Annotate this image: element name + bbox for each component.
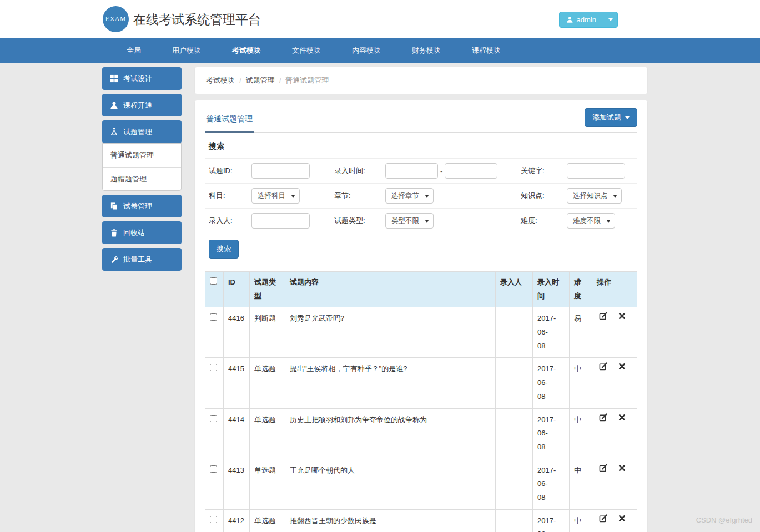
question-id-input[interactable] — [251, 163, 310, 179]
nav-item[interactable]: 文件模块 — [276, 38, 336, 63]
row-checkbox[interactable] — [210, 313, 217, 321]
cell-actions — [592, 408, 637, 459]
cell-actions — [592, 307, 637, 358]
wrench-icon — [110, 255, 118, 264]
question-id-label: 试题ID: — [209, 166, 251, 176]
recorder-label: 录入人: — [209, 216, 251, 226]
tab-normal-question-management[interactable]: 普通试题管理 — [205, 109, 254, 133]
admin-username: admin — [577, 16, 596, 24]
cell-question-content: 推翻西晋王朝的少数民族是 — [285, 509, 496, 532]
difficulty-select[interactable]: 难度不限 — [567, 213, 615, 229]
subject-select[interactable]: 选择科目 — [251, 188, 300, 204]
difficulty-select-value: 难度不限 — [573, 216, 601, 226]
app-logo: EXAM — [103, 6, 129, 32]
sidebar-item-label: 课程开通 — [123, 100, 152, 110]
recorder-input[interactable] — [251, 213, 310, 229]
cell-entry-date: 2017-06-08 — [533, 307, 570, 358]
delete-button[interactable] — [618, 514, 626, 523]
entry-time-start-input[interactable] — [385, 163, 438, 179]
row-checkbox[interactable] — [210, 415, 217, 422]
delete-button[interactable] — [618, 464, 626, 472]
nav-item[interactable]: 财务模块 — [396, 38, 456, 63]
subject-label: 科目: — [209, 191, 251, 201]
edit-button[interactable] — [599, 362, 607, 371]
sidebar-item[interactable]: 考试设计 — [102, 67, 182, 90]
cell-question-content: 王充是哪个朝代的人 — [285, 459, 496, 509]
sidebar-item[interactable]: 课程开通 — [102, 94, 182, 116]
delete-button[interactable] — [618, 413, 626, 422]
caret-down-icon — [608, 18, 613, 21]
edit-button[interactable] — [599, 514, 607, 523]
column-header: 录入人 — [496, 272, 533, 307]
user-icon — [566, 16, 573, 23]
cell-question-content: 历史上把项羽和刘邦为争夺帝位的战争称为 — [285, 408, 496, 459]
grid-icon — [110, 74, 118, 83]
breadcrumb-item[interactable]: 考试模块 — [206, 75, 235, 85]
delete-button[interactable] — [618, 362, 626, 371]
edit-button[interactable] — [599, 413, 607, 422]
sidebar-item[interactable]: 批量工具 — [102, 248, 182, 271]
sidebar-item-label: 批量工具 — [123, 255, 152, 265]
knowledge-point-select[interactable]: 选择知识点 — [567, 188, 622, 204]
row-checkbox[interactable] — [210, 465, 217, 473]
cell-recorder — [496, 358, 533, 408]
cell-recorder — [496, 408, 533, 459]
question-table: ID试题类型试题内容录入人录入时间难度操作 4416判断题刘秀是光武帝吗?201… — [205, 271, 637, 532]
breadcrumb-item: 普通试题管理 — [285, 75, 329, 85]
search-button[interactable]: 搜索 — [209, 240, 239, 259]
nav-item[interactable]: 课程模块 — [456, 38, 516, 63]
chapter-select[interactable]: 选择章节 — [385, 188, 434, 204]
column-header: 操作 — [592, 272, 637, 307]
breadcrumb-separator: / — [279, 77, 281, 85]
cell-question-type: 判断题 — [250, 307, 285, 358]
navbar-menu: 全局用户模块考试模块文件模块内容模块财务模块课程模块 — [0, 38, 760, 63]
row-checkbox[interactable] — [210, 364, 217, 371]
subject-select-value: 选择科目 — [258, 191, 285, 201]
sidebar-item-label: 试题管理 — [123, 127, 152, 137]
trash-icon — [110, 229, 118, 237]
question-type-select[interactable]: 类型不限 — [385, 213, 434, 229]
table-header-row: ID试题类型试题内容录入人录入时间难度操作 — [205, 272, 637, 307]
row-checkbox[interactable] — [210, 516, 217, 523]
question-type-label: 试题类型: — [334, 216, 385, 226]
cell-id: 4414 — [224, 408, 250, 459]
edit-button[interactable] — [599, 464, 607, 472]
column-header: 录入时间 — [533, 272, 570, 307]
cell-entry-date: 2017-06-08 — [533, 459, 570, 509]
column-header: 难度 — [570, 272, 592, 307]
admin-dropdown-toggle[interactable] — [603, 12, 617, 27]
copy-icon — [110, 202, 118, 210]
panel-header: 普通试题管理 添加试题 — [205, 108, 637, 133]
sidebar-subitem[interactable]: 题帽题管理 — [103, 167, 181, 190]
admin-menu-button[interactable]: admin — [559, 12, 618, 28]
nav-item[interactable]: 考试模块 — [217, 38, 276, 63]
caret-down-icon — [425, 195, 429, 198]
column-header: ID — [224, 272, 250, 307]
chapter-label: 章节: — [334, 191, 385, 201]
add-question-button[interactable]: 添加试题 — [585, 108, 637, 127]
nav-item[interactable]: 内容模块 — [336, 38, 396, 63]
entry-time-end-input[interactable] — [445, 163, 497, 179]
sidebar-item-label: 考试设计 — [123, 74, 152, 84]
sidebar-item[interactable]: 试卷管理 — [102, 195, 182, 217]
nav-item[interactable]: 用户模块 — [157, 38, 217, 63]
top-header: EXAM 在线考试系统管理平台 admin — [0, 0, 760, 38]
delete-button[interactable] — [618, 312, 626, 320]
delete-icon — [618, 514, 626, 523]
edit-button[interactable] — [599, 312, 607, 320]
sidebar-item[interactable]: 试题管理 — [102, 120, 182, 143]
nav-item[interactable]: 全局 — [111, 38, 157, 63]
sidebar-item[interactable]: 回收站 — [102, 221, 182, 244]
keyword-input[interactable] — [567, 163, 625, 179]
question-panel: 普通试题管理 添加试题 搜索 试题ID:录入时间:-关键字:科目:选择科目章节:… — [194, 100, 648, 532]
caret-down-icon — [425, 220, 429, 223]
cell-id: 4415 — [224, 358, 250, 408]
cell-difficulty: 中 — [570, 459, 592, 509]
search-form: 试题ID:录入时间:-关键字:科目:选择科目章节:选择章节知识点:选择知识点录入… — [205, 158, 637, 233]
select-all-checkbox[interactable] — [210, 277, 217, 285]
sidebar-subitem[interactable]: 普通试题管理 — [103, 144, 181, 167]
delete-icon — [618, 413, 626, 422]
breadcrumb-item[interactable]: 试题管理 — [246, 75, 275, 85]
entry-time-label: 录入时间: — [334, 166, 385, 176]
cell-question-content: 提出"王侯将相，宁有种乎？"的是谁? — [285, 358, 496, 408]
